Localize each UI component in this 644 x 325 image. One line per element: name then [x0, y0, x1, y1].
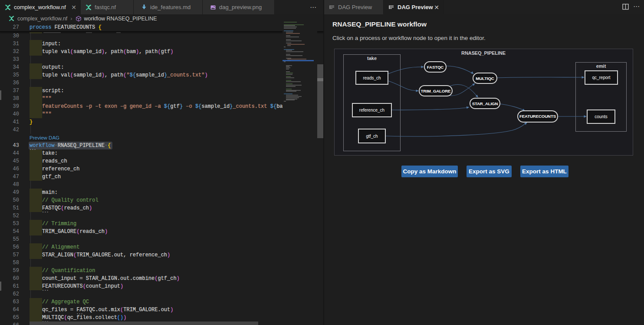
svg-text:RNASEQ_PIPELINE: RNASEQ_PIPELINE [461, 50, 506, 56]
svg-text:FASTQC: FASTQC [427, 65, 444, 70]
svg-text:qc_report: qc_report [592, 75, 610, 80]
svg-text:FEATURECOUNTS: FEATURECOUNTS [519, 114, 556, 119]
svg-text:take: take [367, 56, 377, 61]
svg-text:gtf_ch: gtf_ch [366, 134, 378, 139]
svg-text:reads_ch: reads_ch [363, 76, 381, 80]
svg-text:TRIM_GALORE: TRIM_GALORE [421, 89, 451, 93]
svg-text:MULTIQC: MULTIQC [476, 76, 494, 81]
svg-text:emit: emit [596, 63, 606, 69]
svg-text:reference_ch: reference_ch [359, 108, 384, 113]
svg-text:STAR_ALIGN: STAR_ALIGN [472, 101, 498, 106]
svg-text:counts: counts [595, 114, 607, 119]
